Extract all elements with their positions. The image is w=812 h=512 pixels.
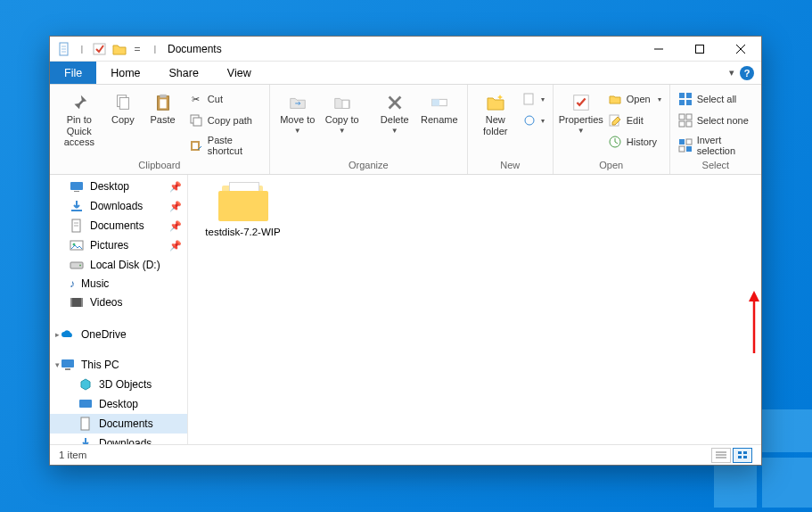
pin-to-quick-access-button[interactable]: Pin to Quick access: [55, 88, 103, 148]
nav-desktop[interactable]: Desktop📌: [50, 177, 187, 196]
cut-button[interactable]: ✂Cut: [186, 89, 264, 109]
move-to-icon: [288, 91, 308, 114]
rename-button[interactable]: Rename: [417, 88, 462, 126]
copy-button[interactable]: Copy: [103, 88, 144, 126]
edit-icon: [608, 113, 622, 128]
view-details-button[interactable]: [711, 448, 731, 463]
chevron-down-icon: ▼: [391, 127, 398, 135]
nav-desktop-2[interactable]: Desktop: [50, 394, 187, 414]
copy-path-icon: [189, 113, 203, 128]
close-button[interactable]: [720, 37, 761, 62]
tab-file[interactable]: File: [50, 62, 96, 84]
list-item[interactable]: testdisk-7.2-WIP: [201, 182, 285, 237]
properties-button[interactable]: Properties▼: [559, 88, 603, 135]
svg-rect-17: [193, 143, 198, 149]
open-button[interactable]: Open▾: [605, 89, 664, 109]
svg-rect-66: [743, 456, 747, 458]
pin-label: Pin to Quick access: [55, 114, 103, 148]
easy-access-icon: [522, 113, 537, 128]
nav-pictures[interactable]: Pictures📌: [50, 235, 187, 255]
svg-rect-15: [193, 118, 201, 126]
invert-selection-button[interactable]: Invert selection: [676, 132, 756, 159]
select-none-button[interactable]: Select none: [676, 111, 756, 130]
nav-onedrive[interactable]: ▸OneDrive: [50, 325, 187, 344]
nav-videos[interactable]: Videos: [50, 293, 187, 312]
minimize-button[interactable]: [638, 37, 679, 62]
history-button[interactable]: History: [605, 132, 664, 152]
paste-shortcut-icon: [189, 138, 203, 153]
copy-icon: [113, 91, 133, 114]
chevron-down-icon: ▾: [541, 95, 545, 103]
move-to-button[interactable]: Move to▼: [275, 88, 320, 135]
new-item-button[interactable]: ▾: [520, 89, 547, 109]
nav-documents[interactable]: Documents📌: [50, 216, 187, 235]
videos-icon: [70, 295, 84, 310]
group-select-label: Select: [676, 159, 756, 172]
document-icon[interactable]: [57, 42, 71, 56]
maximize-button[interactable]: [679, 37, 720, 62]
tab-home[interactable]: Home: [96, 62, 154, 84]
nav-downloads-2[interactable]: Downloads: [50, 434, 187, 444]
nav-music[interactable]: ♪Music: [50, 275, 187, 293]
svg-rect-34: [679, 121, 685, 127]
tab-share[interactable]: Share: [155, 62, 213, 84]
navigation-pane[interactable]: Desktop📌 Downloads📌 Documents📌 Pictures📌…: [50, 175, 188, 444]
easy-access-button[interactable]: ▾: [520, 111, 547, 130]
paste-button[interactable]: Paste: [143, 88, 183, 126]
music-icon: ♪: [70, 277, 75, 290]
chevron-down-icon: ▾: [658, 95, 661, 103]
view-large-icons-button[interactable]: [733, 448, 752, 463]
svg-rect-38: [679, 146, 685, 152]
pin-icon: 📌: [169, 181, 182, 193]
copy-path-button[interactable]: Copy path: [186, 111, 264, 130]
svg-rect-36: [679, 139, 685, 145]
cut-icon: ✂: [189, 92, 203, 106]
svg-rect-63: [738, 451, 742, 454]
downloads-icon: [78, 436, 93, 444]
chevron-right-icon[interactable]: ▸: [55, 330, 60, 339]
status-item-count: 1 item: [59, 450, 86, 460]
edit-button[interactable]: Edit: [605, 111, 664, 130]
nav-this-pc[interactable]: ▾This PC: [50, 355, 187, 375]
svg-rect-37: [686, 139, 692, 145]
qat-dropdown-icon[interactable]: =: [132, 37, 143, 62]
svg-rect-4: [94, 44, 105, 54]
properties-check-icon[interactable]: [93, 42, 107, 56]
file-explorer-window: | = | Documents File Home Share View ▾ ?: [49, 36, 762, 466]
delete-button[interactable]: Delete▼: [373, 88, 417, 135]
nav-3d-objects[interactable]: 3D Objects: [50, 375, 187, 394]
pin-icon: 📌: [169, 201, 182, 212]
svg-rect-64: [743, 451, 747, 454]
select-none-icon: [678, 113, 693, 128]
pin-icon: 📌: [169, 220, 182, 232]
nav-local-disk[interactable]: Local Disk (D:): [50, 255, 187, 275]
svg-rect-31: [686, 100, 692, 105]
chevron-down-icon: ▾: [541, 117, 545, 125]
select-all-icon: [678, 92, 693, 106]
chevron-down-icon[interactable]: ▾: [55, 360, 60, 369]
svg-rect-32: [679, 114, 685, 120]
status-bar: 1 item: [50, 444, 761, 465]
svg-rect-33: [686, 114, 692, 120]
explorer-body: Desktop📌 Downloads📌 Documents📌 Pictures📌…: [50, 175, 761, 444]
invert-selection-icon: [678, 138, 693, 153]
ribbon: Pin to Quick access Copy Paste ✂Cut Copy…: [50, 85, 761, 175]
svg-rect-28: [679, 93, 685, 98]
file-name: testdisk-7.2-WIP: [205, 227, 280, 237]
svg-rect-29: [686, 93, 692, 98]
nav-downloads[interactable]: Downloads📌: [50, 196, 187, 216]
svg-point-49: [79, 265, 81, 267]
rename-icon: [430, 91, 449, 114]
ribbon-collapse-icon[interactable]: ▾: [729, 67, 734, 78]
content-pane[interactable]: testdisk-7.2-WIP: [188, 175, 761, 444]
select-all-button[interactable]: Select all: [676, 89, 756, 109]
tab-view[interactable]: View: [213, 62, 266, 84]
paste-shortcut-button[interactable]: Paste shortcut: [186, 132, 264, 159]
help-icon[interactable]: ?: [740, 66, 754, 80]
disk-icon: [70, 258, 84, 272]
folder-icon[interactable]: [112, 42, 127, 56]
nav-documents-2[interactable]: Documents: [50, 414, 187, 434]
copy-to-button[interactable]: Copy to▼: [320, 88, 365, 135]
group-organize-label: Organize: [275, 159, 462, 172]
new-folder-button[interactable]: New folder: [473, 88, 518, 136]
